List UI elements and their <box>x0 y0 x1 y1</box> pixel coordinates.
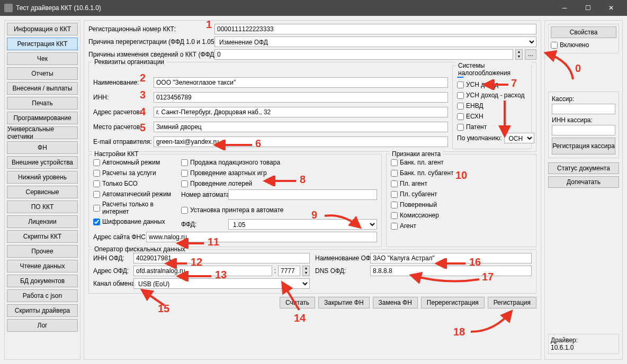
kkt-auto-checkbox[interactable]: Автономный режим <box>93 158 178 167</box>
agent-commiss-checkbox[interactable]: Комиссионер <box>391 211 532 220</box>
ofd-port-input[interactable] <box>278 266 300 276</box>
props-button[interactable]: Свойства <box>551 26 616 38</box>
tax-envd-checkbox[interactable]: ЕНВД <box>457 101 527 111</box>
close-button[interactable]: ✕ <box>599 0 623 16</box>
tax-legend: Системы налогообложения <box>456 62 531 77</box>
kkt-machine-label: Номер автомата: <box>181 191 226 198</box>
driver-version: 10.6.1.0 <box>551 344 616 351</box>
channel-label: Канал обмена: <box>93 280 131 287</box>
change-reason-more-button[interactable]: ... <box>525 49 536 60</box>
agent-legend: Признаки агента <box>390 150 443 158</box>
kkt-encrypt-checkbox[interactable]: Шифрование данных <box>93 217 178 226</box>
sidebar-item-15[interactable]: Прочее <box>7 245 78 258</box>
agent-pay-checkbox[interactable]: Пл. агент <box>391 179 532 188</box>
kkt-printer-checkbox[interactable]: Установка принтера в автомате <box>181 202 377 218</box>
sidebar-item-4[interactable]: Внесения / выплаты <box>7 82 78 95</box>
tax-usn-d-checkbox[interactable]: УСН доход <box>457 80 527 89</box>
sidebar-item-1[interactable]: Регистрация ККТ <box>7 38 78 50</box>
rereg-button[interactable]: Перерегистрация <box>421 297 485 308</box>
fns-input[interactable] <box>146 232 377 242</box>
change-reason-input[interactable] <box>214 49 513 60</box>
sidebar-item-13[interactable]: Лицензии <box>7 215 78 228</box>
sidebar-item-12[interactable]: ПО ККТ <box>7 201 78 213</box>
sidebar-item-8[interactable]: ФН <box>7 141 78 154</box>
sidebar-item-7[interactable]: Универсальные счетчики <box>7 126 78 139</box>
ofd-inn-label: ИНН ОФД: <box>93 254 131 262</box>
org-addr-label: Адрес расчетов: <box>93 108 151 116</box>
cashier-reg-button[interactable]: Регистрация кассира <box>552 138 615 154</box>
sidebar-item-19[interactable]: Скрипты драйвера <box>7 304 78 317</box>
cashier-inn-input[interactable] <box>552 125 615 135</box>
agent-banksub-checkbox[interactable]: Банк. пл. субагент <box>391 168 532 178</box>
sidebar-item-11[interactable]: Сервисные <box>7 186 78 198</box>
agent-agent-checkbox[interactable]: Агент <box>391 221 532 231</box>
kkt-excise-checkbox[interactable]: Продажа подакцизного товара <box>181 158 377 167</box>
ofd-dns-input[interactable] <box>370 266 532 276</box>
minimize-button[interactable]: ─ <box>553 0 576 16</box>
reprint-button[interactable]: Допечатать <box>548 176 619 188</box>
org-addr-input[interactable] <box>154 107 448 117</box>
ofd-addr-label: Адрес ОФД: <box>93 267 131 275</box>
cashier-input[interactable] <box>552 104 615 114</box>
change-reason-spinner[interactable]: ▲▼ <box>515 49 523 60</box>
window-title: Тест драйвера ККТ (10.6.1.0) <box>16 4 553 12</box>
tax-default-select[interactable]: ОСН <box>504 133 534 143</box>
sidebar-item-17[interactable]: БД документов <box>7 275 78 287</box>
app-icon <box>4 4 13 12</box>
agent-paysub-checkbox[interactable]: Пл. субагент <box>391 189 532 199</box>
sidebar-item-16[interactable]: Чтение данных <box>7 260 78 272</box>
kkt-lottery-checkbox[interactable]: Проведение лотерей <box>181 179 377 188</box>
org-email-label: E-mail отправителя: <box>93 138 151 145</box>
org-name-input[interactable] <box>154 77 448 88</box>
kkt-internet-checkbox[interactable]: Расчеты только в интернет <box>93 200 178 216</box>
cashier-inn-label: ИНН кассира: <box>552 116 593 124</box>
close-fn-button[interactable]: Закрытие ФН <box>318 297 369 308</box>
reg-number-input[interactable] <box>214 24 536 34</box>
ofd-name-input[interactable] <box>370 253 532 263</box>
kkt-machine-input[interactable] <box>228 189 377 200</box>
kkt-gambling-checkbox[interactable]: Проведение азартных игр <box>181 168 377 178</box>
org-place-label: Место расчетов: <box>93 123 151 131</box>
rereg-reason-select[interactable]: Изменение ОФД <box>214 37 536 47</box>
tax-usn-dr-checkbox[interactable]: УСН доход - расход <box>457 90 527 100</box>
agent-bank-checkbox[interactable]: Банк. пл. агент <box>391 158 532 167</box>
enabled-checkbox[interactable]: Включено <box>551 40 616 50</box>
agent-attorney-checkbox[interactable]: Поверенный <box>391 200 532 210</box>
doc-status-button[interactable]: Статус документа <box>548 162 619 174</box>
org-place-input[interactable] <box>154 122 448 132</box>
rereg-reason-label: Причина перерегистрации (ФФД 1.0 и 1.05)… <box>88 38 212 46</box>
ffd-label: ФФД: <box>181 221 226 228</box>
sidebar-item-10[interactable]: Нижний уровень <box>7 171 78 184</box>
read-button[interactable]: Считать <box>280 297 315 308</box>
tax-eshn-checkbox[interactable]: ЕСХН <box>457 112 527 121</box>
ofd-inn-input[interactable] <box>133 253 310 263</box>
ofd-port-spinner[interactable]: ▲▼ <box>302 266 310 276</box>
sidebar-item-6[interactable]: Программирование <box>7 112 78 124</box>
ffd-select[interactable]: 1.05 <box>228 219 377 230</box>
org-email-input[interactable] <box>154 136 448 147</box>
sidebar-item-20[interactable]: Лог <box>7 319 78 332</box>
sidebar-item-14[interactable]: Скрипты ККТ <box>7 230 78 243</box>
reg-number-label: Регистрационный номер ККТ: <box>88 25 212 33</box>
sidebar-item-18[interactable]: Работа с json <box>7 289 78 302</box>
sidebar-item-2[interactable]: Чек <box>7 52 78 65</box>
replace-fn-button[interactable]: Замена ФН <box>373 297 418 308</box>
main-panel: Регистрационный номер ККТ: Причина перер… <box>84 20 541 360</box>
sidebar-item-9[interactable]: Внешние устройства <box>7 156 78 169</box>
ofd-legend: Оператор фискальных данных <box>92 245 187 253</box>
kkt-services-checkbox[interactable]: Расчеты за услуги <box>93 168 178 178</box>
titlebar: Тест драйвера ККТ (10.6.1.0) ─ ☐ ✕ <box>0 0 627 16</box>
kkt-automat-checkbox[interactable]: Автоматический режим <box>93 189 178 199</box>
ofd-addr-input[interactable] <box>133 266 272 276</box>
kkt-bso-checkbox[interactable]: Только БСО <box>93 179 178 188</box>
sidebar-item-0[interactable]: Информация о ККТ <box>7 23 78 35</box>
org-legend: Реквизиты организации <box>92 58 166 66</box>
channel-select[interactable]: USB (EoU) <box>133 278 310 289</box>
reg-button[interactable]: Регистрация <box>488 297 536 308</box>
org-inn-input[interactable] <box>154 92 448 103</box>
maximize-button[interactable]: ☐ <box>576 0 599 16</box>
tax-patent-checkbox[interactable]: Патент <box>457 122 527 132</box>
sidebar-item-3[interactable]: Отчеты <box>7 67 78 80</box>
sidebar-item-5[interactable]: Печать <box>7 97 78 110</box>
cashier-label: Кассир: <box>552 95 574 103</box>
